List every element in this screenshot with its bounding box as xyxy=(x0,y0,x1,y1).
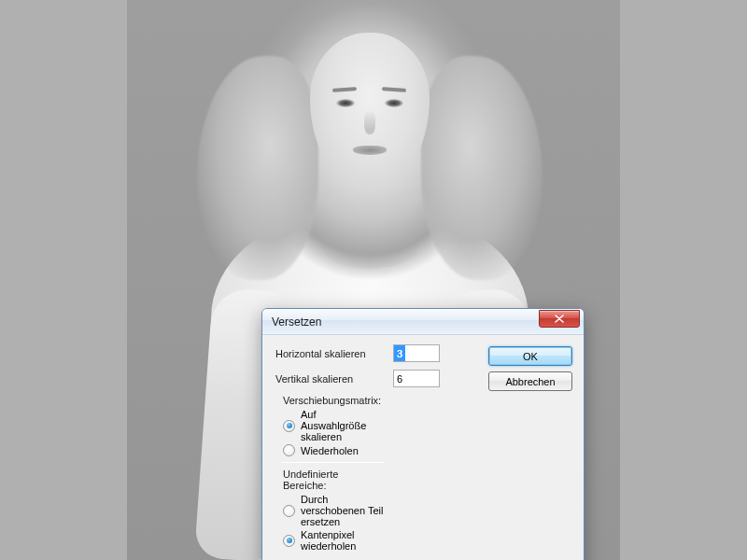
radio-label: Kantenpixel wiederholen xyxy=(301,529,384,552)
ok-button[interactable]: OK xyxy=(488,346,572,366)
radio-icon xyxy=(283,420,295,432)
undefined-areas-title: Undefinierte Bereiche: xyxy=(283,469,384,491)
close-button[interactable] xyxy=(539,310,580,328)
close-icon xyxy=(555,315,564,323)
radio-icon xyxy=(283,444,295,456)
radio-replace-with-displaced[interactable]: Durch verschobenen Teil ersetzen xyxy=(283,494,384,527)
displacement-matrix-group: Verschiebungsmatrix: Auf Auswahlgröße sk… xyxy=(283,395,384,456)
dialog-titlebar[interactable]: Versetzen xyxy=(262,309,584,335)
radio-icon xyxy=(283,535,295,547)
displacement-matrix-title: Verschiebungsmatrix: xyxy=(283,395,384,406)
radio-label: Auf Auswahlgröße skalieren xyxy=(301,409,384,442)
displace-dialog: Versetzen Horizontal skalieren Vertikal … xyxy=(261,308,585,560)
radio-label: Durch verschobenen Teil ersetzen xyxy=(301,494,384,527)
horizontal-scale-label: Horizontal skalieren xyxy=(275,348,386,359)
radio-scale-to-selection[interactable]: Auf Auswahlgröße skalieren xyxy=(283,409,384,442)
dialog-title: Versetzen xyxy=(272,315,539,329)
vertical-scale-input[interactable] xyxy=(393,370,440,387)
radio-label: Wiederholen xyxy=(301,445,359,456)
radio-icon xyxy=(283,505,295,517)
cancel-button[interactable]: Abbrechen xyxy=(488,371,572,391)
horizontal-scale-input[interactable] xyxy=(393,344,440,362)
dialog-body: Horizontal skalieren Vertikal skalieren … xyxy=(264,335,582,560)
undefined-areas-group: Undefinierte Bereiche: Durch verschobene… xyxy=(283,469,384,552)
separator xyxy=(281,462,384,463)
radio-repeat[interactable]: Wiederholen xyxy=(283,444,384,456)
radio-repeat-edge-pixels[interactable]: Kantenpixel wiederholen xyxy=(283,529,384,552)
vertical-scale-label: Vertikal skalieren xyxy=(275,373,386,385)
